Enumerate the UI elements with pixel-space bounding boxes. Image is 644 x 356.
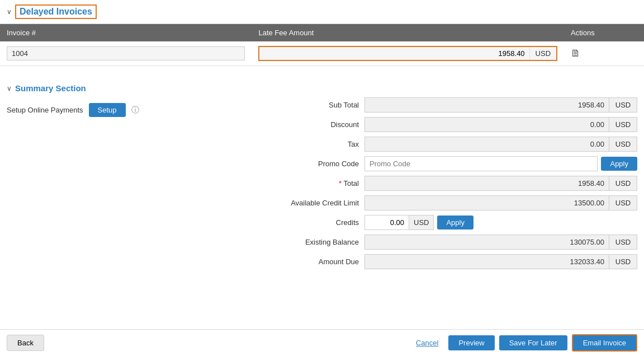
existing-balance-label: Existing Balance bbox=[253, 238, 364, 246]
apply-credits-button[interactable]: Apply bbox=[437, 216, 473, 229]
amount-due-label: Amount Due bbox=[253, 257, 364, 266]
tax-currency: USD bbox=[609, 137, 637, 152]
summary-title: Summary Section bbox=[15, 83, 86, 93]
col-invoice-number: Invoice # bbox=[0, 24, 252, 41]
online-payments-label: Setup Online Payments bbox=[7, 106, 83, 114]
credit-limit-row: Available Credit Limit USD bbox=[253, 195, 637, 210]
credits-input[interactable] bbox=[364, 215, 409, 230]
right-section: Sub Total USD Discount USD Tax USD Promo… bbox=[253, 97, 637, 274]
promo-code-input[interactable] bbox=[364, 156, 598, 171]
existing-balance-input[interactable] bbox=[364, 235, 609, 250]
subtotal-row: Sub Total USD bbox=[253, 97, 637, 113]
amount-due-input[interactable] bbox=[364, 254, 609, 269]
online-payments-row: Setup Online Payments Setup ⓘ bbox=[7, 103, 230, 117]
existing-balance-row: Existing Balance USD bbox=[253, 235, 637, 250]
discount-row: Discount USD bbox=[253, 117, 637, 132]
apply-promo-button[interactable]: Apply bbox=[601, 157, 637, 171]
action-notes-icon[interactable]: 🗎 bbox=[571, 48, 581, 59]
summary-collapse-icon[interactable]: ∨ bbox=[7, 85, 12, 92]
collapse-arrow-icon[interactable]: ∨ bbox=[7, 8, 12, 16]
tax-label: Tax bbox=[253, 140, 364, 148]
col-late-fee-amount: Late Fee Amount bbox=[252, 24, 564, 41]
discount-input[interactable] bbox=[364, 117, 609, 132]
promo-row: Promo Code Apply bbox=[253, 156, 637, 171]
existing-balance-currency: USD bbox=[609, 235, 637, 250]
total-currency: USD bbox=[609, 176, 637, 191]
credit-limit-label: Available Credit Limit bbox=[253, 199, 364, 207]
setup-button[interactable]: Setup bbox=[89, 103, 126, 117]
late-fee-wrapper: USD bbox=[258, 46, 557, 61]
delayed-invoices-title: Delayed Invoices bbox=[15, 4, 97, 19]
summary-body: Setup Online Payments Setup ⓘ Sub Total … bbox=[0, 97, 644, 285]
total-label: Total bbox=[253, 179, 364, 188]
late-fee-currency: USD bbox=[529, 47, 556, 60]
col-actions: Actions bbox=[564, 24, 644, 41]
actions-cell: 🗎 bbox=[564, 41, 644, 66]
left-section: Setup Online Payments Setup ⓘ bbox=[7, 97, 230, 274]
invoice-number-cell bbox=[0, 41, 252, 66]
invoice-table: Invoice # Late Fee Amount Actions USD 🗎 bbox=[0, 24, 644, 66]
subtotal-label: Sub Total bbox=[253, 101, 364, 109]
discount-label: Discount bbox=[253, 120, 364, 129]
discount-currency: USD bbox=[609, 117, 637, 132]
tax-row: Tax USD bbox=[253, 137, 637, 152]
subtotal-input[interactable] bbox=[364, 97, 609, 113]
total-row: Total USD bbox=[253, 176, 637, 191]
invoice-number-input[interactable] bbox=[7, 46, 245, 60]
table-row: USD 🗎 bbox=[0, 41, 644, 66]
tax-input[interactable] bbox=[364, 137, 609, 152]
promo-label: Promo Code bbox=[253, 160, 364, 168]
subtotal-currency: USD bbox=[609, 97, 637, 113]
amount-due-row: Amount Due USD bbox=[253, 254, 637, 269]
credits-row: Credits USD Apply bbox=[253, 215, 637, 230]
total-input[interactable] bbox=[364, 176, 609, 191]
credits-label: Credits bbox=[253, 218, 364, 227]
credits-currency: USD bbox=[409, 215, 434, 230]
late-fee-cell: USD bbox=[252, 41, 564, 66]
summary-header: ∨ Summary Section bbox=[0, 74, 644, 97]
credit-limit-currency: USD bbox=[609, 195, 637, 210]
credit-limit-input[interactable] bbox=[364, 195, 609, 210]
page-header: ∨ Delayed Invoices bbox=[0, 0, 644, 24]
late-fee-amount-input[interactable] bbox=[259, 47, 529, 60]
info-icon[interactable]: ⓘ bbox=[131, 105, 139, 115]
amount-due-currency: USD bbox=[609, 254, 637, 269]
